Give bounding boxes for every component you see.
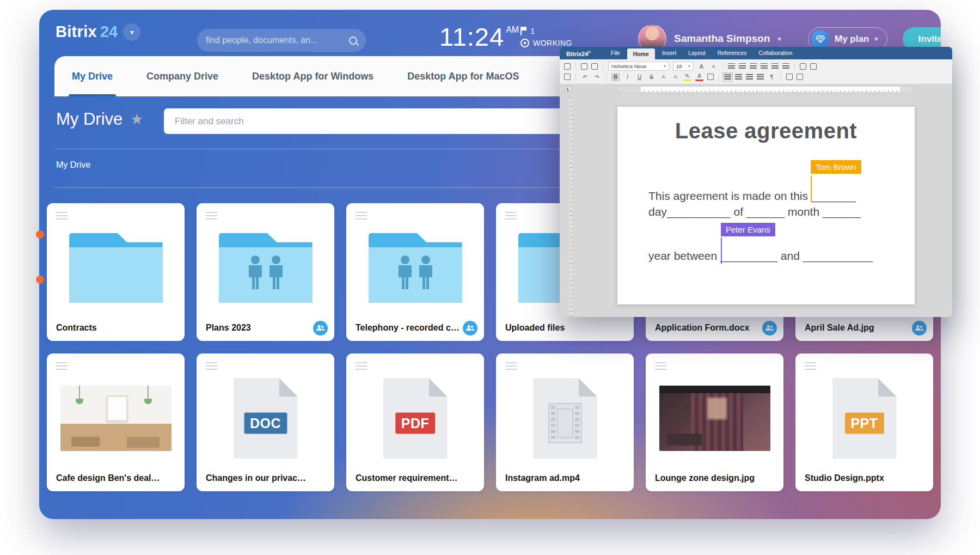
font-size-select[interactable]: 18▾	[673, 62, 694, 71]
card-menu-icon[interactable]	[56, 362, 68, 370]
font-size-value: 18	[676, 63, 682, 69]
editor-toolbar: Helvetica Neue▾ 18▾ A A	[560, 59, 952, 84]
search-icon	[349, 36, 357, 45]
card-label: Contracts	[56, 323, 161, 333]
card-menu-icon[interactable]	[356, 212, 367, 219]
card-menu-icon[interactable]	[655, 362, 666, 370]
drive-card[interactable]: Contracts	[47, 203, 185, 341]
card-label: Studio Design.pptx	[805, 473, 909, 483]
collab-caret-peter-evans	[721, 237, 722, 264]
fill-color-icon[interactable]	[707, 74, 714, 80]
drive-card[interactable]: Cafe design Ben's deal.jpg	[47, 353, 185, 491]
pilcrow-icon[interactable]: ¶	[768, 73, 776, 81]
tab-my-drive[interactable]: My Drive	[72, 56, 113, 96]
copy-icon[interactable]	[581, 63, 587, 70]
chevron-down-icon: ▾	[874, 35, 878, 43]
page-title-text: My Drive	[56, 109, 122, 129]
bullet-list-icon[interactable]	[728, 63, 735, 69]
tab-label: Desktop App for MacOS	[407, 71, 519, 82]
numbered-list-icon[interactable]	[739, 63, 746, 69]
search-input[interactable]	[206, 35, 349, 45]
multilevel-list-icon[interactable]	[750, 63, 757, 69]
tab-desktop-app-macos[interactable]: Desktop App for MacOS	[407, 56, 519, 96]
drive-card[interactable]: Lounge zone design.jpg	[646, 353, 783, 491]
card-label: Plans 2023	[206, 323, 310, 333]
document-text-line: day__________ of ______ month ______	[648, 205, 904, 218]
menu-references[interactable]: References	[712, 47, 753, 59]
document-title: Lease agreement	[617, 119, 915, 143]
font-color-icon[interactable]: A	[695, 73, 703, 81]
tab-desktop-app-windows[interactable]: Desktop App for Windows	[252, 56, 373, 96]
tab-stop-selector[interactable]: L	[565, 86, 572, 93]
flag-count: 1	[530, 26, 535, 35]
strikethrough-button[interactable]: S	[647, 73, 656, 81]
tab-label: Company Drive	[146, 71, 218, 82]
card-menu-icon[interactable]	[356, 362, 367, 370]
horizontal-ruler[interactable]: L	[560, 85, 952, 94]
page-title: My Drive ★	[56, 109, 144, 129]
card-menu-icon[interactable]	[206, 362, 217, 370]
card-menu-icon[interactable]	[505, 212, 517, 219]
align-center-icon[interactable]	[735, 74, 742, 80]
redo-icon[interactable]: ↷	[593, 73, 601, 81]
drive-card[interactable]: Telephony - recorded calls	[346, 203, 484, 341]
document-editor-window: Bitrix24® File Home Insert Layout Refere…	[560, 47, 952, 317]
card-menu-icon[interactable]	[505, 362, 517, 370]
work-status[interactable]: 1 WORKING	[520, 26, 572, 47]
ppt-file-icon: PPT	[832, 378, 897, 459]
pdf-badge: PDF	[395, 412, 436, 434]
bold-button[interactable]: B	[611, 73, 620, 81]
underline-button[interactable]: U	[635, 73, 644, 81]
clear-format-icon[interactable]	[800, 63, 806, 70]
superscript-icon[interactable]: A	[659, 73, 667, 81]
editor-menu: File Home Insert Layout References Colla…	[605, 47, 798, 59]
align-justify-icon[interactable]	[757, 74, 764, 80]
insert-image-icon[interactable]	[810, 63, 817, 70]
drive-card[interactable]: PPT Studio Design.pptx	[795, 353, 933, 491]
pdf-file-icon: PDF	[383, 378, 448, 459]
card-menu-icon[interactable]	[56, 212, 68, 219]
line-spacing-icon[interactable]	[782, 63, 789, 69]
logo-chevron-button[interactable]: ▾	[123, 23, 140, 41]
tab-company-drive[interactable]: Company Drive	[146, 56, 218, 96]
drive-card[interactable]: Plans 2023	[197, 203, 334, 341]
decrease-font-icon[interactable]: A	[709, 62, 718, 70]
card-menu-icon[interactable]	[805, 362, 816, 370]
document-text-line: year between _________ and ___________	[648, 249, 904, 263]
drive-card[interactable]: PDF Customer requirements.pdf	[346, 353, 484, 491]
drive-card[interactable]: DOC Changes in our privacy poli...	[197, 353, 334, 491]
subscript-icon[interactable]: A	[671, 73, 679, 81]
menu-layout[interactable]: Layout	[682, 47, 712, 59]
global-search[interactable]	[197, 29, 366, 52]
link-icon[interactable]	[786, 74, 793, 80]
align-right-icon[interactable]	[746, 74, 753, 80]
undo-icon[interactable]: ↶	[581, 73, 589, 81]
vertical-ruler[interactable]	[568, 97, 573, 317]
increase-font-icon[interactable]: A	[697, 62, 706, 70]
menu-home[interactable]: Home	[627, 48, 655, 59]
doc-file-icon: DOC	[234, 378, 298, 459]
favorite-star-icon[interactable]: ★	[130, 111, 143, 128]
drive-card[interactable]: Instagram ad.mp4	[496, 353, 634, 491]
font-family-select[interactable]: Helvetica Neue▾	[608, 62, 669, 71]
indent-icon[interactable]	[771, 63, 779, 69]
clipboard-icon[interactable]	[564, 74, 571, 80]
editor-brand: Bitrix24®	[566, 51, 591, 57]
breadcrumb[interactable]: My Drive	[56, 160, 90, 170]
print-icon[interactable]	[564, 63, 571, 70]
mail-icon[interactable]	[797, 74, 803, 80]
card-label: Uploaded files	[505, 323, 610, 333]
highlight-color-icon[interactable]: ✎	[683, 73, 691, 81]
align-left-icon[interactable]	[724, 74, 731, 80]
menu-collaboration[interactable]: Collaboration	[752, 47, 798, 59]
tab-label: My Drive	[72, 71, 113, 82]
paste-icon[interactable]	[591, 63, 598, 70]
menu-file[interactable]: File	[605, 47, 626, 59]
menu-insert[interactable]: Insert	[656, 47, 682, 59]
invite-label: Invite	[918, 34, 941, 45]
card-menu-icon[interactable]	[206, 212, 217, 219]
document-page[interactable]: Lease agreement Tom Brown This agreement…	[617, 107, 915, 304]
registered-mark: ®	[588, 51, 590, 54]
italic-button[interactable]: I	[623, 73, 632, 81]
outdent-icon[interactable]	[761, 63, 768, 69]
